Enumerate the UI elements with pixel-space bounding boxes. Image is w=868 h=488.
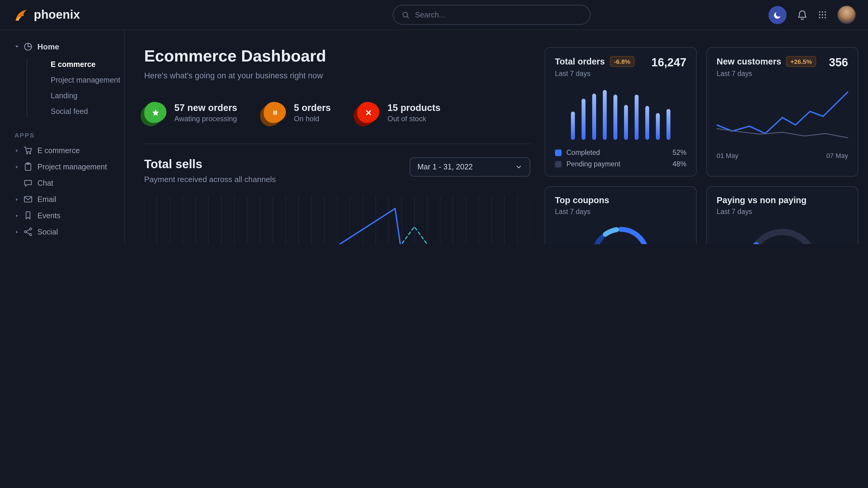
sidebar: Home E commerce Project management Landi… — [0, 30, 125, 244]
top-coupons-card: Top coupons Last 7 days 72% Percentage d… — [545, 186, 697, 244]
chat-icon — [24, 178, 33, 188]
grid-icon — [818, 10, 827, 19]
on-hold-blob-icon — [264, 102, 286, 123]
bookmark-icon — [24, 211, 33, 220]
total-orders-value: 16,247 — [651, 56, 686, 69]
page-title: Ecommerce Dashboard — [144, 47, 530, 66]
new-customers-card: New customers +26.5% Last 7 days 356 01 … — [706, 47, 858, 176]
page-subtitle: Here's what's going on at your business … — [144, 71, 530, 80]
sidebar-item-e-commerce-dashboard[interactable]: E commerce — [0, 57, 124, 72]
apps-menu-button[interactable] — [818, 10, 827, 19]
calendar-icon — [24, 243, 33, 244]
caret-right-icon — [14, 213, 23, 218]
sidebar-item-social[interactable]: Social — [0, 224, 124, 240]
topbar-actions — [769, 5, 856, 24]
bell-icon — [797, 9, 808, 20]
paying-vs-non-paying-card: Paying vs non paying Last 7 days Payi — [706, 186, 858, 244]
sidebar-group-home[interactable]: Home — [0, 37, 124, 56]
sidebar-item-ecommerce-app[interactable]: E commerce — [0, 142, 124, 159]
stat-out-of-stock: 15 products Out of stock — [358, 102, 441, 123]
chevron-down-icon — [515, 163, 522, 171]
sidebar-item-chat[interactable]: Chat — [0, 175, 124, 191]
new-customers-x-axis: 01 May 07 May — [717, 152, 848, 159]
caret-right-icon — [14, 197, 23, 202]
order-stats: 57 new orders Awating processing 5 order… — [144, 102, 530, 123]
clipboard-icon — [24, 162, 33, 171]
caret-right-icon — [14, 229, 23, 234]
donut-center-label: 72% — [585, 220, 656, 244]
sidebar-item-project-management-dashboard[interactable]: Project management — [0, 72, 124, 88]
gauge-svg — [738, 218, 827, 244]
date-range-select[interactable]: Mar 1 - 31, 2022 — [409, 157, 530, 176]
caret-right-icon — [14, 164, 23, 169]
legend-pending-payment: Pending payment 48% — [555, 160, 686, 168]
new-orders-blob-icon — [144, 102, 166, 123]
theme-toggle-button[interactable] — [769, 6, 786, 24]
sidebar-item-events[interactable]: Events — [0, 207, 124, 224]
search-icon — [402, 10, 409, 19]
total-orders-card: Total orders -6.8% Last 7 days 16,247 — [545, 47, 697, 176]
kpi-cards: Total orders -6.8% Last 7 days 16,247 — [545, 47, 858, 244]
app-root: phoenix Home — [0, 0, 868, 244]
sidebar-item-social-feed[interactable]: Social feed — [0, 104, 124, 119]
new-customers-value: 356 — [829, 56, 848, 69]
main-content: Ecommerce Dashboard Here's what's going … — [125, 30, 868, 244]
moon-icon — [773, 10, 782, 19]
pause-icon — [271, 108, 279, 117]
sidebar-item-email[interactable]: Email — [0, 191, 124, 207]
total-sells-subtitle: Payment received across all channels — [144, 175, 276, 184]
notifications-button[interactable] — [797, 9, 808, 20]
brand-name: phoenix — [34, 8, 80, 22]
new-customers-change-badge: +26.5% — [786, 56, 816, 67]
caret-right-icon — [14, 148, 23, 153]
legend-completed: Completed 52% — [555, 149, 686, 156]
global-search — [393, 5, 591, 25]
sidebar-section-apps: APPS — [0, 131, 124, 139]
dashboard-header: Ecommerce Dashboard Here's what's going … — [144, 47, 530, 244]
topbar: phoenix — [0, 0, 868, 30]
total-sells-title: Total sells — [144, 157, 276, 171]
total-sells-chart: 01 May 15 May 30 May — [144, 196, 530, 244]
star-icon — [151, 108, 159, 117]
new-customers-line-chart — [717, 87, 848, 148]
global-search-input[interactable] — [415, 10, 582, 19]
sidebar-item-project-management-app[interactable]: Project management — [0, 159, 124, 175]
pie-chart-icon — [24, 42, 33, 51]
brand-logo[interactable]: phoenix — [13, 7, 80, 23]
sidebar-item-calendar[interactable]: Calendar — [0, 240, 124, 244]
out-of-stock-blob-icon — [358, 102, 380, 123]
cart-icon — [24, 146, 33, 155]
total-orders-change-badge: -6.8% — [610, 56, 634, 67]
section-divider — [144, 143, 530, 144]
x-icon — [364, 108, 373, 117]
gauge-track — [750, 232, 815, 244]
home-submenu: E commerce Project management Landing So… — [0, 56, 124, 123]
stat-new-orders: 57 new orders Awating processing — [144, 102, 237, 123]
mail-icon — [24, 195, 33, 204]
sidebar-item-landing[interactable]: Landing — [0, 88, 124, 104]
user-avatar[interactable] — [837, 5, 856, 24]
total-orders-bar-chart — [568, 85, 674, 142]
share-icon — [24, 227, 33, 236]
total-sells-line-chart — [144, 196, 530, 244]
phoenix-logo-icon — [13, 7, 29, 23]
stat-orders-on-hold: 5 orders On hold — [264, 102, 331, 123]
paying-gauge-chart — [738, 218, 827, 244]
chevron-down-icon — [14, 44, 23, 49]
top-coupons-donut-chart: 72% — [585, 220, 656, 244]
